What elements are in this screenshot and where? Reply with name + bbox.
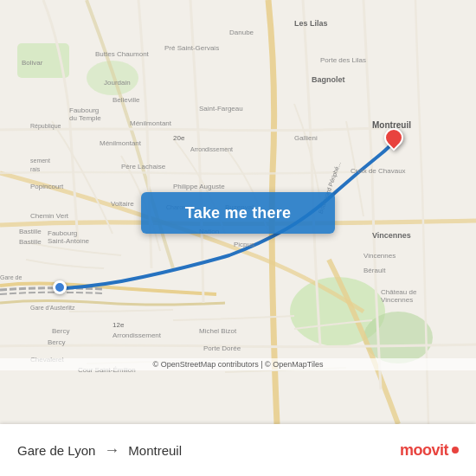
svg-text:Pré Saint-Gervais: Pré Saint-Gervais xyxy=(164,44,219,52)
svg-text:Bérault: Bérault xyxy=(363,267,386,274)
svg-text:Belleville: Belleville xyxy=(113,96,140,104)
svg-text:Les Lilas: Les Lilas xyxy=(294,19,328,28)
svg-text:Ménilmontant: Ménilmontant xyxy=(100,139,142,147)
svg-text:Gallieni: Gallieni xyxy=(294,134,318,142)
map-attribution: © OpenStreetMap contributors | © OpenMap… xyxy=(0,358,476,370)
origin-label: Gare de Lyon xyxy=(17,443,95,458)
route-info: Gare de Lyon → Montreuil xyxy=(17,441,182,460)
svg-point-4 xyxy=(87,61,138,95)
svg-text:Bastille: Bastille xyxy=(19,238,42,246)
svg-text:sement: sement xyxy=(30,158,50,164)
svg-text:République: République xyxy=(30,123,61,130)
svg-text:Bagnolet: Bagnolet xyxy=(312,75,345,84)
map-view: Bolivar Buttes Chaumont Danube Pré Saint… xyxy=(0,0,476,424)
cta-label: Take me there xyxy=(185,204,291,222)
svg-text:Arrondissement: Arrondissement xyxy=(190,146,233,152)
origin-pin xyxy=(53,280,67,294)
svg-text:rais: rais xyxy=(30,166,41,172)
svg-text:Saint-Fargeau: Saint-Fargeau xyxy=(199,105,243,113)
svg-text:Père Lachaise: Père Lachaise xyxy=(121,163,166,170)
svg-text:Porte des Lilas: Porte des Lilas xyxy=(320,56,366,64)
svg-text:Bastille: Bastille xyxy=(19,228,42,235)
svg-text:Bercy: Bercy xyxy=(52,327,69,335)
bottom-bar: Gare de Lyon → Montreuil moovit xyxy=(0,424,476,476)
svg-text:Danube: Danube xyxy=(229,29,254,36)
svg-text:Bercy: Bercy xyxy=(48,338,65,346)
svg-text:Bolivar: Bolivar xyxy=(22,59,43,67)
svg-text:Michel Bizot: Michel Bizot xyxy=(199,327,237,335)
svg-text:Gare d'Austerlitz: Gare d'Austerlitz xyxy=(30,305,75,311)
svg-text:Ménilmontant: Ménilmontant xyxy=(130,119,172,127)
destination-pin-head xyxy=(380,124,407,151)
svg-text:Arrondissement: Arrondissement xyxy=(113,331,162,339)
route-arrow-icon: → xyxy=(104,441,119,460)
svg-text:Picpus: Picpus xyxy=(234,241,254,248)
destination-pin xyxy=(384,128,403,147)
svg-text:12e: 12e xyxy=(113,321,125,329)
svg-text:Porte Dorée: Porte Dorée xyxy=(203,344,241,352)
moovit-dot-icon xyxy=(452,447,459,453)
svg-text:Voltaire: Voltaire xyxy=(111,200,134,208)
svg-text:Croix de Chavaux: Croix de Chavaux xyxy=(351,167,406,175)
svg-text:Château deVincennes: Château deVincennes xyxy=(381,288,417,304)
svg-text:Philippe Auguste: Philippe Auguste xyxy=(173,183,225,190)
take-me-there-button[interactable]: Take me there xyxy=(141,192,335,234)
svg-text:Vincennes: Vincennes xyxy=(372,231,411,240)
svg-text:Buttes Chaumont: Buttes Chaumont xyxy=(95,50,150,58)
destination-label: Montreuil xyxy=(128,443,182,458)
moovit-brand-name: moovit xyxy=(400,441,448,460)
svg-text:Popincourt: Popincourt xyxy=(30,183,64,190)
svg-text:20e: 20e xyxy=(173,134,185,142)
svg-text:Vincennes: Vincennes xyxy=(363,252,396,260)
svg-text:Chemin Vert: Chemin Vert xyxy=(30,212,69,220)
moovit-logo: moovit xyxy=(400,441,459,460)
svg-text:Jourdain: Jourdain xyxy=(104,79,131,87)
svg-text:Gare de: Gare de xyxy=(0,274,22,280)
svg-text:Faubourgdu Temple: Faubourgdu Temple xyxy=(69,106,101,122)
